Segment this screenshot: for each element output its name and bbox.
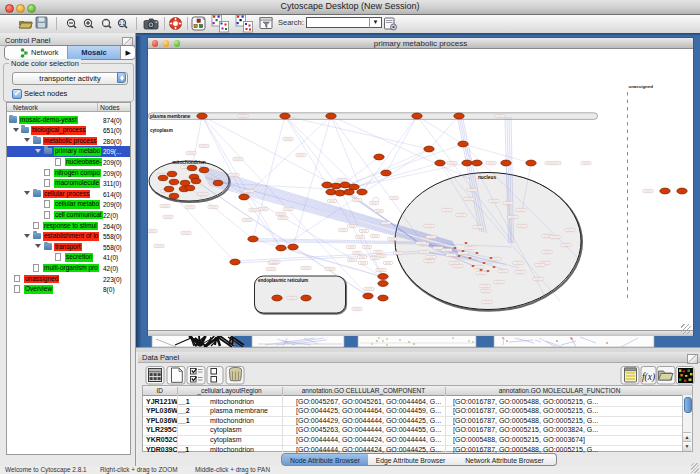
- svg-text:f(x): f(x): [642, 372, 655, 383]
- svg-text:mitochondrion: mitochondrion: [172, 160, 206, 165]
- svg-text:plasma membrane: plasma membrane: [150, 114, 191, 119]
- svg-text:1:1: 1:1: [119, 21, 126, 26]
- svg-text:unassigned: unassigned: [629, 84, 654, 89]
- svg-text:nucleus: nucleus: [478, 175, 496, 180]
- svg-text:cytoplasm: cytoplasm: [150, 128, 173, 133]
- svg-text:endoplasmic reticulum: endoplasmic reticulum: [258, 278, 308, 283]
